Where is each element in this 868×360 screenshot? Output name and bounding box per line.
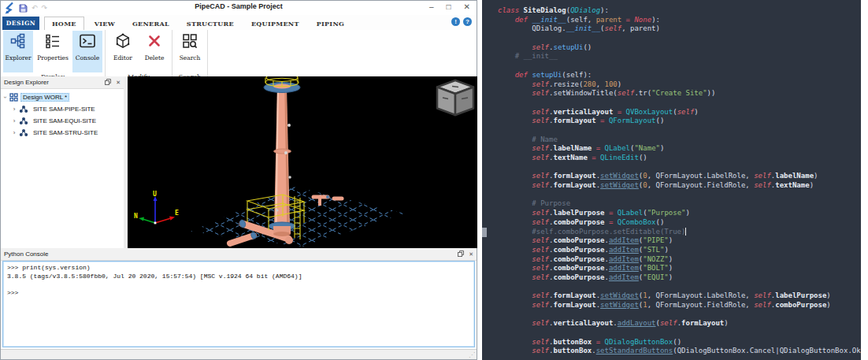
tab-home[interactable]: HOME xyxy=(44,17,84,30)
code-line[interactable]: self.formLayout.setWidget(0, QFormLayout… xyxy=(498,172,861,181)
python-console-title: Python Console xyxy=(4,251,458,258)
tree-item-site-stru[interactable]: › SITE SAM-STRU-SITE xyxy=(10,127,124,139)
explorer-button[interactable]: Explorer xyxy=(3,31,33,72)
collapse-arrow-icon[interactable]: › xyxy=(10,129,18,136)
code-line[interactable]: self.verticalLayout.addLayout(self.formL… xyxy=(498,319,861,328)
list-icon xyxy=(45,33,61,52)
code-line[interactable]: self.formLayout.setWidget(0, QFormLayout… xyxy=(498,181,861,191)
console-prompt: >>> xyxy=(7,289,470,298)
tab-general[interactable]: GENERAL xyxy=(125,17,176,30)
app-logo-icon xyxy=(3,2,15,14)
current-line-margin-marker xyxy=(482,228,487,237)
code-line[interactable]: self.comboPurpose.addItem("NOZZ") xyxy=(498,255,861,265)
tab-equipment[interactable]: EQUIPMENT xyxy=(244,17,306,30)
code-line[interactable]: QDialog.__init__(self, parent) xyxy=(498,24,861,34)
info-button[interactable]: ! xyxy=(451,17,460,26)
tree-item-site-equi[interactable]: › SITE SAM-EQUI-SITE xyxy=(10,115,124,127)
code-line[interactable]: self.setWindowTitle(self.tr("Create Site… xyxy=(498,89,861,98)
search-button[interactable]: Search xyxy=(175,31,205,72)
code-line[interactable]: self.comboPurpose.addItem("EQUI") xyxy=(498,273,861,283)
delete-button[interactable]: Delete xyxy=(139,31,169,72)
code-line[interactable]: self.comboPurpose.addItem("PIPE") xyxy=(498,236,861,246)
code-line[interactable]: self.textName = QLineEdit() xyxy=(498,154,861,163)
console-button[interactable]: Console xyxy=(72,31,102,72)
close-button[interactable]: ✕ xyxy=(464,2,470,13)
design-explorer-title: Design Explorer xyxy=(4,79,105,86)
help-button[interactable]: ? xyxy=(463,17,472,26)
ribbon-tabrow: DESIGN HOME VIEW GENERAL STRUCTURE EQUIP… xyxy=(1,15,477,30)
code-area[interactable]: class SiteDialog(QDialog): def __init__(… xyxy=(482,0,861,360)
code-line[interactable] xyxy=(498,310,861,320)
code-line[interactable]: self.verticalLayout = QVBoxLayout(self) xyxy=(498,108,861,117)
explorer-label: Explorer xyxy=(5,54,31,61)
close-panel-icon[interactable]: ✕ xyxy=(116,80,121,86)
python-console-output[interactable]: >>> print(sys.version) 3.8.5 (tags/v3.8.… xyxy=(2,261,475,347)
code-line[interactable]: def __init__(self, parent = None): xyxy=(498,16,861,25)
code-line[interactable] xyxy=(498,126,861,135)
view-cube[interactable] xyxy=(437,80,473,115)
code-line[interactable]: self.formLayout.setWidget(1, QFormLayout… xyxy=(498,301,861,310)
code-line[interactable]: self.comboPurpose.addItem("STL") xyxy=(498,246,861,255)
collapse-arrow-icon[interactable]: › xyxy=(10,106,18,113)
code-line[interactable]: def setupUi(self): xyxy=(498,71,861,80)
properties-button[interactable]: Properties xyxy=(35,31,71,72)
code-line[interactable]: self.labelName = QLabel("Name") xyxy=(498,144,861,154)
minimize-button[interactable]: – xyxy=(429,2,434,13)
code-line[interactable]: self.resize(280, 100) xyxy=(498,80,861,90)
float-panel-icon[interactable] xyxy=(105,79,111,86)
code-line[interactable] xyxy=(498,283,861,292)
tree-item-label: SITE SAM-PIPE-SITE xyxy=(31,105,98,113)
code-line[interactable] xyxy=(498,98,861,108)
code-line[interactable]: self.formLayout = QFormLayout() xyxy=(498,117,861,126)
code-line[interactable]: self.buttonBox = QDialogButtonBox() xyxy=(498,338,861,347)
code-line[interactable] xyxy=(498,191,861,200)
code-line[interactable]: self.labelPurpose = QLabel("Purpose") xyxy=(498,209,861,218)
design-tree: › Design WORL * › SITE SAM-PIPE-SITE › S… xyxy=(1,89,124,139)
axis-label-up: U xyxy=(153,191,157,198)
tree-item-root[interactable]: › Design WORL * xyxy=(1,91,124,103)
viewport-3d[interactable]: U N E xyxy=(128,76,477,248)
code-line[interactable]: # Name xyxy=(498,135,861,145)
code-line[interactable] xyxy=(498,34,861,43)
console-line: 3.8.5 (tags/v3.8.5:580fbb0, Jul 20 2020,… xyxy=(7,273,470,281)
design-menu-button[interactable]: DESIGN xyxy=(2,17,39,30)
resize-grip[interactable]: ⋰ xyxy=(469,352,475,358)
ribbon: Explorer Properties Console Display Edit… xyxy=(1,30,477,77)
close-panel-icon[interactable]: ✕ xyxy=(469,251,473,258)
workspace-icon xyxy=(9,93,18,102)
tab-piping[interactable]: PIPING xyxy=(310,17,351,30)
titlebar: ↶ ↷ PipeCAD - Sample Project – □ ✕ xyxy=(1,1,477,15)
code-line[interactable]: self.buttonBox.setStandardButtons(QDialo… xyxy=(498,347,861,356)
float-panel-icon[interactable] xyxy=(458,251,464,258)
undo-icon[interactable]: ↶ xyxy=(32,4,38,12)
code-line[interactable]: # Purpose xyxy=(498,199,861,209)
code-line[interactable] xyxy=(498,61,861,71)
statusbar: ⋰ xyxy=(1,349,477,359)
code-line[interactable]: self.comboPurpose.addItem("BOLT") xyxy=(498,264,861,273)
code-line[interactable]: # __init__ xyxy=(498,52,861,61)
site-icon xyxy=(19,105,28,113)
tree-item-site-pipe[interactable]: › SITE SAM-PIPE-SITE xyxy=(10,103,124,115)
code-line[interactable] xyxy=(498,163,861,173)
top-platform xyxy=(264,76,300,93)
code-line[interactable]: self.setupUi() xyxy=(498,43,861,53)
properties-label: Properties xyxy=(37,54,69,61)
editor-label: Editor xyxy=(113,54,132,61)
code-line[interactable]: self.comboPurpose = QComboBox() xyxy=(498,218,861,228)
save-icon[interactable] xyxy=(19,4,28,13)
code-line[interactable]: class SiteDialog(QDialog): xyxy=(498,6,861,16)
redo-icon[interactable]: ↷ xyxy=(42,4,48,12)
collapse-arrow-icon[interactable]: › xyxy=(10,117,18,124)
code-line[interactable]: #self.comboPurpose.setEditable(True) xyxy=(498,228,861,237)
editor-button[interactable]: Editor xyxy=(108,31,138,72)
expand-arrow-icon[interactable]: › xyxy=(2,94,9,102)
ribbon-group-modify: Editor Delete Modify xyxy=(106,30,172,76)
code-line[interactable]: self.formLayout.setWidget(1, QFormLayout… xyxy=(498,291,861,301)
tab-view[interactable]: VIEW xyxy=(87,17,122,30)
site-icon xyxy=(19,128,28,137)
code-line[interactable] xyxy=(498,328,861,338)
maximize-button[interactable]: □ xyxy=(447,2,451,13)
console-line xyxy=(7,280,470,289)
axis-label-east: E xyxy=(175,210,179,217)
tab-structure[interactable]: STRUCTURE xyxy=(180,17,241,30)
